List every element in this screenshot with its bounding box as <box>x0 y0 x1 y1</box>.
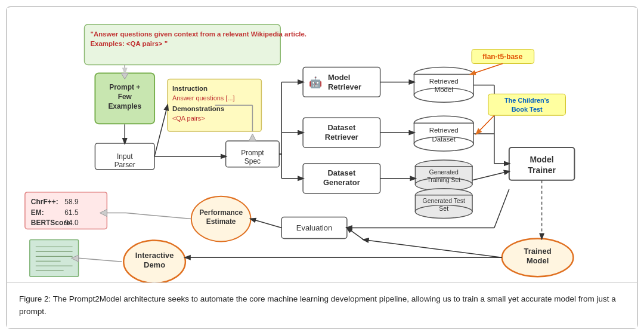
svg-text:Performance: Performance <box>199 208 243 217</box>
svg-text:🤖: 🤖 <box>309 76 323 89</box>
svg-text:Spec: Spec <box>244 157 261 165</box>
svg-text:Training Set: Training Set <box>427 177 460 183</box>
svg-text:<QA pairs>: <QA pairs> <box>172 115 205 122</box>
svg-text:Set: Set <box>439 205 448 212</box>
svg-text:Generated: Generated <box>429 169 459 176</box>
svg-text:Examples: <QA pairs> ": Examples: <QA pairs> " <box>90 40 168 47</box>
svg-text:58.9: 58.9 <box>64 198 79 206</box>
svg-text:Demo: Demo <box>144 260 165 269</box>
svg-text:Retrieved: Retrieved <box>429 78 459 85</box>
svg-text:Retrieved: Retrieved <box>429 127 459 134</box>
svg-text:"Answer questions given contex: "Answer questions given context from a r… <box>90 30 306 38</box>
svg-text:Book Test: Book Test <box>512 106 543 113</box>
diagram-area: "Answer questions given context from a r… <box>7 7 637 285</box>
svg-text:Generated Test: Generated Test <box>423 198 465 204</box>
svg-text:Instruction: Instruction <box>172 85 208 92</box>
svg-text:Evaluation: Evaluation <box>296 223 332 232</box>
svg-text:Model: Model <box>435 86 453 93</box>
svg-text:The Children's: The Children's <box>504 97 550 104</box>
caption-area: Figure 2: The Prompt2Model architecture … <box>7 282 637 328</box>
svg-text:Estimate: Estimate <box>206 218 236 226</box>
svg-text:Parser: Parser <box>114 161 135 169</box>
main-container: "Answer questions given context from a r… <box>6 6 638 329</box>
svg-text:Few: Few <box>118 93 132 101</box>
svg-text:Retriever: Retriever <box>328 82 361 91</box>
svg-text:Trained: Trained <box>524 247 552 256</box>
svg-text:Model: Model <box>527 256 549 265</box>
svg-text:61.5: 61.5 <box>64 208 79 217</box>
svg-text:Model: Model <box>328 73 350 82</box>
svg-text:EM:: EM: <box>31 208 44 217</box>
svg-text:Dataset: Dataset <box>328 168 356 177</box>
svg-text:Input: Input <box>117 152 133 161</box>
svg-text:Dataset: Dataset <box>328 123 356 132</box>
svg-text:Answer questions [...]: Answer questions [...] <box>172 94 235 102</box>
svg-text:Retriever: Retriever <box>325 133 358 142</box>
svg-text:flan-t5-base: flan-t5-base <box>482 53 522 61</box>
svg-text:Prompt +: Prompt + <box>109 83 140 91</box>
svg-text:ChrF++:: ChrF++: <box>31 198 58 206</box>
svg-text:Model: Model <box>530 155 553 164</box>
svg-text:Prompt: Prompt <box>241 149 264 157</box>
svg-text:Generator: Generator <box>323 178 360 187</box>
svg-text:Trainer: Trainer <box>528 165 556 175</box>
svg-text:Examples: Examples <box>108 102 141 110</box>
svg-text:Dataset: Dataset <box>432 136 456 143</box>
svg-text:94.0: 94.0 <box>64 219 79 227</box>
svg-text:Interactive: Interactive <box>135 251 174 260</box>
svg-text:Demonstrations: Demonstrations <box>172 105 224 112</box>
caption-text: Figure 2: The Prompt2Model architecture … <box>19 293 625 318</box>
